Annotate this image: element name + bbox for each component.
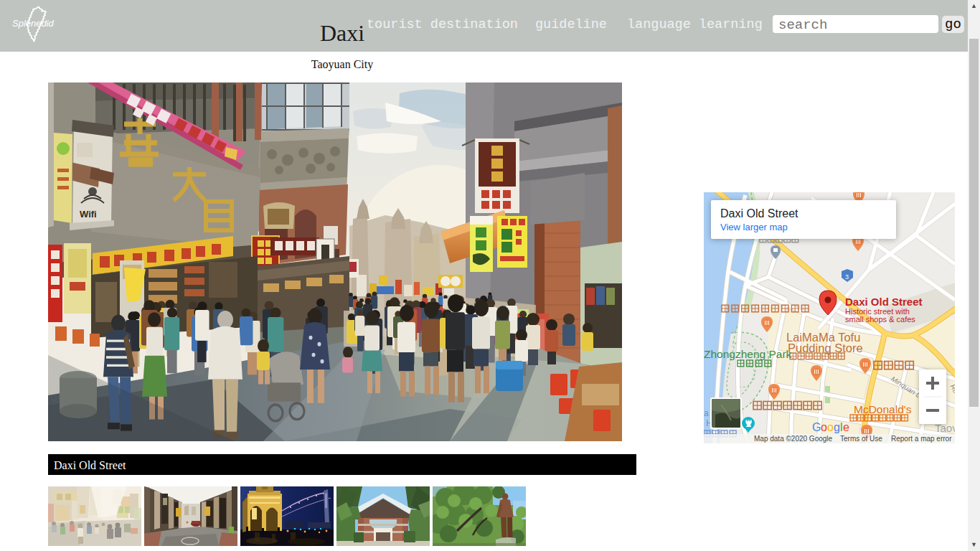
svg-text:Map data ©2020 Google: Map data ©2020 Google <box>754 435 833 443</box>
svg-text:View larger map: View larger map <box>720 222 788 232</box>
svg-text:g: g <box>834 421 840 433</box>
svg-text:e: e <box>843 421 849 433</box>
svg-text:Splenedid: Splenedid <box>12 18 55 29</box>
svg-text:o: o <box>827 421 834 433</box>
svg-text:G: G <box>812 421 821 433</box>
svg-text:Zhongzheng Park: Zhongzheng Park <box>704 348 792 360</box>
svg-text:o: o <box>821 421 827 433</box>
svg-text:Daxi Old Street: Daxi Old Street <box>720 207 798 220</box>
svg-text:Daxi Old Street: Daxi Old Street <box>845 296 923 308</box>
svg-text:Pudding Store: Pudding Store <box>788 342 863 354</box>
svg-text:McDonald's: McDonald's <box>854 403 912 415</box>
svg-text:a: a <box>704 408 709 418</box>
svg-text:small shops & cafes: small shops & cafes <box>845 315 915 324</box>
svg-text:Terms of Use: Terms of Use <box>840 435 882 443</box>
svg-text:Report a map error: Report a map error <box>891 435 952 443</box>
svg-text:3: 3 <box>845 273 849 281</box>
